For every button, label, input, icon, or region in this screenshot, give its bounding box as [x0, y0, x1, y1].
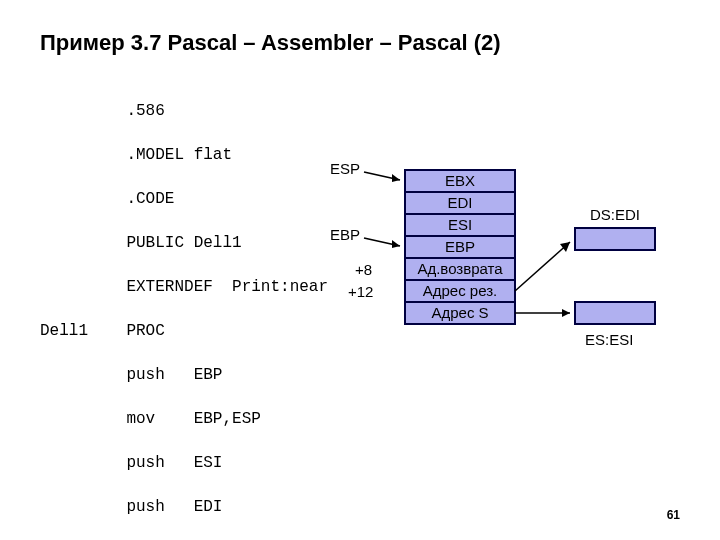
code-line: push EDI [40, 496, 559, 518]
label-ebp: EBP [330, 226, 360, 243]
code-line: .586 [40, 100, 559, 122]
stack-diagram: EBX EDI ESI EBP Ад.возврата Адрес рез. А… [330, 160, 700, 360]
stack-cell-label: EDI [447, 194, 472, 211]
stack-cell-label: Ад.возврата [417, 260, 503, 277]
page-title: Пример 3.7 Pascal – Assembler – Pascal (… [40, 30, 501, 56]
svg-marker-10 [392, 240, 400, 248]
label-esp: ESP [330, 160, 360, 177]
stack-cell-label: ESI [448, 216, 472, 233]
svg-line-13 [515, 242, 570, 291]
label-plus12: +12 [348, 283, 373, 300]
stack-cell-label: EBP [445, 238, 475, 255]
code-line: push ESI [40, 452, 559, 474]
svg-marker-16 [562, 309, 570, 317]
stack-cells: EBX EDI ESI EBP Ад.возврата Адрес рез. А… [405, 170, 515, 324]
stack-cell-label: Адрес рез. [423, 282, 498, 299]
svg-rect-11 [575, 228, 655, 250]
label-esesi: ES:ESI [585, 331, 633, 348]
slide-number: 61 [667, 508, 680, 522]
label-dsedi: DS:EDI [590, 206, 640, 223]
stack-cell-label: EBX [445, 172, 475, 189]
stack-cell-label: Адрес S [431, 304, 488, 321]
svg-rect-12 [575, 302, 655, 324]
label-plus8: +8 [355, 261, 372, 278]
svg-marker-8 [392, 174, 400, 182]
code-line: mov EBP,ESP [40, 408, 559, 430]
code-line: push EBP [40, 364, 559, 386]
